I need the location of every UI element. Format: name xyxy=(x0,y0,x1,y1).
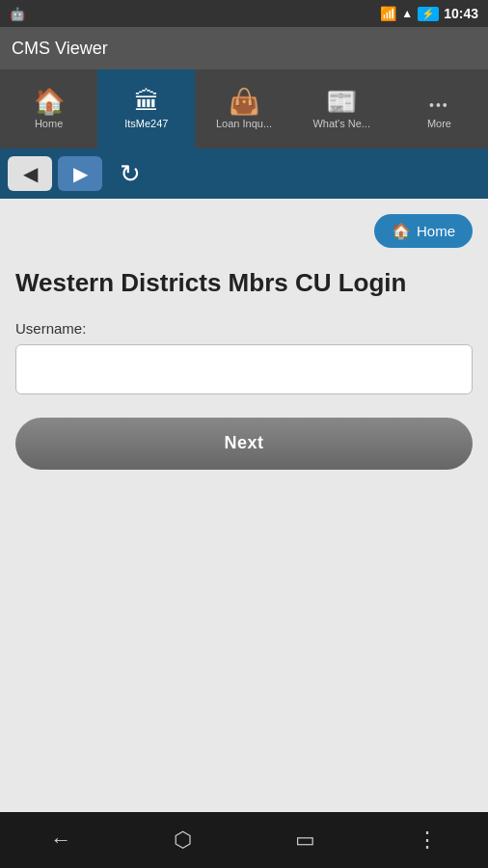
refresh-button[interactable]: ↻ xyxy=(108,156,152,191)
battery-icon: ⚡ xyxy=(418,7,439,21)
android-recents-icon: ▭ xyxy=(295,827,315,853)
tab-whats-new[interactable]: 📰 What's Ne... xyxy=(293,69,391,149)
status-left: 🤖 xyxy=(10,7,25,21)
loan-tab-icon: 👜 xyxy=(229,89,259,114)
refresh-icon: ↻ xyxy=(120,159,141,189)
wifi-icon: 📶 xyxy=(380,6,396,21)
more-tab-label: More xyxy=(427,118,451,129)
back-button[interactable]: ◀ xyxy=(8,156,52,191)
home-content-icon: 🏠 xyxy=(392,222,411,240)
news-tab-label: What's Ne... xyxy=(312,118,370,129)
next-button[interactable]: Next xyxy=(15,418,473,470)
home-tab-icon: 🏠 xyxy=(34,89,65,114)
forward-icon: ▶ xyxy=(73,162,88,185)
tab-bar: 🏠 Home 🏛 ItsMe247 👜 Loan Inqu... 📰 What'… xyxy=(0,69,488,149)
more-tab-icon xyxy=(429,89,449,114)
android-menu-button[interactable]: ⋮ xyxy=(404,817,450,863)
status-right: 📶 ▲ ⚡ 10:43 xyxy=(380,6,478,21)
forward-button[interactable]: ▶ xyxy=(58,156,102,191)
back-icon: ◀ xyxy=(23,162,38,185)
username-input[interactable] xyxy=(15,344,473,394)
android-home-icon: ⬡ xyxy=(174,827,192,853)
android-icon: 🤖 xyxy=(10,7,25,21)
nav-bar: ◀ ▶ ↻ xyxy=(0,149,488,199)
signal-icon: ▲ xyxy=(401,7,413,20)
loan-tab-label: Loan Inqu... xyxy=(216,118,272,129)
android-back-button[interactable]: ← xyxy=(38,817,84,863)
home-content-label: Home xyxy=(417,223,455,239)
itsme247-tab-icon: 🏛 xyxy=(134,89,159,114)
news-tab-icon: 📰 xyxy=(326,89,357,114)
tab-more[interactable]: More xyxy=(391,69,488,149)
android-home-button[interactable]: ⬡ xyxy=(160,817,206,863)
content-area: 🏠 Home Western Districts Mbrs CU Login U… xyxy=(0,199,488,812)
home-btn-row: 🏠 Home xyxy=(15,214,473,248)
tab-home[interactable]: 🏠 Home xyxy=(0,69,97,149)
android-recents-button[interactable]: ▭ xyxy=(282,817,328,863)
home-tab-label: Home xyxy=(35,118,63,129)
time-display: 10:43 xyxy=(444,6,478,21)
app-title: CMS Viewer xyxy=(12,39,108,59)
android-back-icon: ← xyxy=(50,827,71,853)
bottom-bar: ← ⬡ ▭ ⋮ xyxy=(0,812,488,868)
android-menu-icon: ⋮ xyxy=(417,827,438,853)
status-bar: 🤖 📶 ▲ ⚡ 10:43 xyxy=(0,0,488,27)
app-bar: CMS Viewer xyxy=(0,27,488,69)
home-content-button[interactable]: 🏠 Home xyxy=(374,214,473,248)
itsme247-tab-label: ItsMe247 xyxy=(124,118,168,129)
login-title: Western Districts Mbrs CU Login xyxy=(15,267,473,299)
tab-itsme247[interactable]: 🏛 ItsMe247 xyxy=(97,69,195,149)
username-label: Username: xyxy=(15,320,473,337)
tab-loan-inquiry[interactable]: 👜 Loan Inqu... xyxy=(195,69,292,149)
